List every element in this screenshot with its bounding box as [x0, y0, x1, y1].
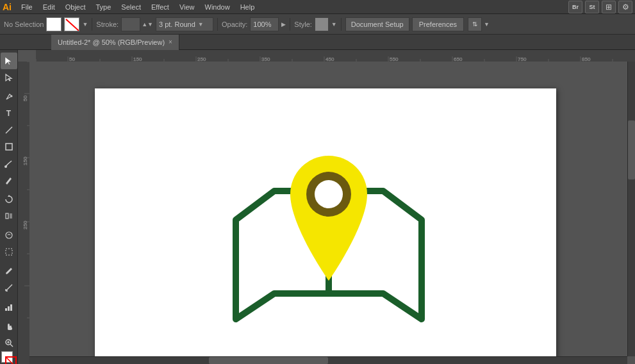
stroke-weight-select[interactable]: 3 pt. Round ▼ [156, 17, 213, 31]
menu-view[interactable]: View [175, 2, 199, 12]
pen-tool[interactable] [1, 88, 17, 105]
opacity-label: Opacity: [222, 21, 247, 28]
svg-point-71 [315, 180, 343, 208]
tab-bar: Untitled-2* @ 50% (RGB/Preview) × [0, 35, 635, 50]
options-toolbar: No Selection ▼ Stroke: ▲▼ 3 pt. Round ▼ … [0, 14, 635, 35]
svg-point-7 [4, 165, 7, 168]
svg-rect-56 [18, 62, 29, 364]
svg-line-20 [10, 344, 13, 347]
svg-rect-25 [36, 50, 635, 62]
app-logo: Ai [3, 2, 12, 12]
ruler-vertical: 50 150 250 [18, 62, 29, 364]
svg-line-5 [6, 127, 12, 133]
stroke-swatch[interactable] [64, 17, 79, 31]
rectangle-tool[interactable] [1, 138, 17, 155]
menu-icons: Br St ⊞ ⚙ [568, 1, 632, 13]
rotate-tool[interactable] [1, 191, 17, 208]
menu-file[interactable]: File [17, 2, 37, 12]
horizontal-scrollbar[interactable] [29, 356, 627, 364]
svg-line-13 [6, 285, 12, 291]
stroke-input[interactable] [121, 17, 140, 31]
menu-effect[interactable]: Effect [147, 2, 174, 12]
toolbox: T [0, 50, 18, 364]
svg-rect-18 [10, 304, 12, 311]
style-label: Style: [294, 21, 312, 28]
svg-rect-16 [5, 308, 7, 311]
svg-text:50: 50 [69, 56, 75, 62]
fill-stroke-swatches[interactable] [0, 351, 18, 364]
zoom-tool[interactable] [1, 335, 17, 351]
svg-text:750: 750 [518, 56, 527, 62]
menu-select[interactable]: Select [117, 2, 145, 12]
svg-point-11 [6, 232, 12, 238]
svg-text:550: 550 [390, 56, 399, 62]
direct-selection-tool[interactable] [1, 69, 17, 86]
svg-rect-17 [8, 306, 10, 311]
svg-text:150: 150 [22, 156, 28, 165]
menu-help[interactable]: Help [236, 2, 260, 12]
canvas-area: 50 150 250 350 450 550 650 750 850 950 [18, 50, 635, 364]
ruler-horizontal: 50 150 250 350 450 550 650 750 850 950 [36, 50, 635, 62]
pencil-tool[interactable] [1, 172, 17, 188]
graph-tool[interactable] [1, 299, 17, 315]
document-setup-button[interactable]: Document Setup [345, 17, 409, 31]
svg-marker-2 [5, 57, 12, 65]
opacity-input[interactable] [250, 17, 279, 31]
bridge-icon[interactable]: Br [568, 1, 582, 13]
stroke-label: Stroke: [96, 21, 119, 28]
tab-label: Untitled-2* @ 50% (RGB/Preview) [58, 38, 165, 46]
fill-swatch[interactable] [46, 17, 62, 31]
warp-tool[interactable] [1, 227, 17, 244]
main-area: T [0, 50, 635, 364]
svg-point-4 [10, 95, 12, 97]
hand-tool[interactable] [1, 318, 17, 335]
svg-text:150: 150 [133, 56, 142, 62]
svg-text:50: 50 [22, 95, 28, 101]
svg-rect-10 [10, 213, 12, 219]
arrange-icon[interactable]: ⇅ [468, 17, 482, 31]
menu-bar: Ai File Edit Object Type Select Effect V… [0, 0, 635, 14]
vertical-scrollbar[interactable] [627, 62, 635, 356]
svg-text:450: 450 [326, 56, 334, 62]
reflect-tool[interactable] [1, 208, 17, 224]
preferences-button[interactable]: Preferences [412, 17, 464, 31]
selection-tool[interactable] [1, 53, 17, 69]
stock-icon[interactable]: St [585, 1, 599, 13]
svg-text:850: 850 [582, 56, 591, 62]
svg-text:650: 650 [454, 56, 463, 62]
grid-icon[interactable]: ⊞ [602, 1, 616, 13]
free-transform-tool[interactable] [1, 244, 17, 260]
eyedropper-tool[interactable] [1, 263, 17, 279]
svg-rect-12 [6, 249, 12, 255]
svg-text:250: 250 [22, 220, 28, 229]
svg-text:250: 250 [197, 56, 206, 62]
menu-edit[interactable]: Edit [38, 2, 60, 12]
line-tool[interactable] [1, 122, 17, 138]
selection-label: No Selection [4, 21, 44, 28]
svg-line-23 [6, 358, 17, 364]
map-pin [290, 156, 367, 281]
menu-window[interactable]: Window [201, 2, 235, 12]
measure-tool[interactable] [1, 279, 17, 296]
settings-icon[interactable]: ⚙ [618, 1, 632, 13]
svg-rect-9 [6, 213, 8, 219]
menu-type[interactable]: Type [92, 2, 116, 12]
svg-text:350: 350 [261, 56, 270, 62]
style-swatch[interactable] [315, 17, 329, 31]
type-tool[interactable]: T [1, 105, 17, 122]
toolbox-colors [0, 351, 18, 364]
menu-object[interactable]: Object [61, 2, 90, 12]
tab-close-button[interactable]: × [169, 38, 172, 46]
svg-marker-3 [6, 74, 12, 81]
artwork [95, 88, 556, 364]
svg-rect-6 [6, 144, 12, 150]
paintbrush-tool[interactable] [1, 155, 17, 172]
document-tab[interactable]: Untitled-2* @ 50% (RGB/Preview) × [51, 35, 179, 50]
